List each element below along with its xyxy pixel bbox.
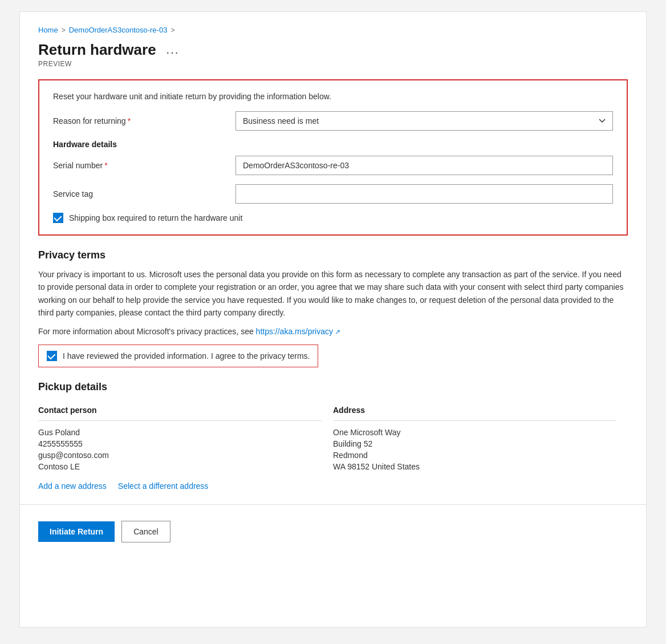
page-title: Return hardware: [38, 41, 156, 59]
privacy-agree-checkbox[interactable]: [47, 351, 57, 361]
bottom-actions: Initiate Return Cancel: [38, 516, 628, 542]
pickup-grid: Contact person Gus Poland 4255555555 gus…: [38, 400, 628, 473]
shipping-checkbox-label: Shipping box required to return the hard…: [69, 213, 242, 222]
service-tag-row: Service tag: [53, 184, 613, 204]
select-address-link[interactable]: Select a different address: [118, 481, 209, 491]
address-city: Redmond: [333, 451, 616, 460]
reason-row: Reason for returning* Business need is m…: [53, 111, 613, 131]
form-description: Reset your hardware unit and initiate re…: [53, 92, 613, 101]
address-state: WA 98152 United States: [333, 462, 616, 471]
breadcrumb: Home > DemoOrderAS3contoso-re-03 >: [38, 26, 628, 34]
service-tag-field: [235, 184, 613, 204]
breadcrumb-sep2: >: [170, 26, 174, 34]
pickup-header: Pickup details: [38, 381, 628, 393]
address-line1: One Microsoft Way: [333, 428, 616, 437]
contact-col: Contact person Gus Poland 4255555555 gus…: [38, 400, 333, 473]
reason-field: Business need is met: [235, 111, 613, 131]
page-title-row: Return hardware ...: [38, 41, 628, 59]
breadcrumb-order[interactable]: DemoOrderAS3contoso-re-03: [69, 26, 168, 34]
page-container: Home > DemoOrderAS3contoso-re-03 > Retur…: [19, 11, 647, 627]
pickup-actions: Add a new address Select a different add…: [38, 481, 628, 491]
reason-label: Reason for returning*: [53, 116, 235, 125]
address-col-header: Address: [333, 400, 616, 421]
hardware-details-header: Hardware details: [53, 140, 613, 149]
breadcrumb-home[interactable]: Home: [38, 26, 58, 34]
privacy-paragraph1: Your privacy is important to us. Microso…: [38, 268, 628, 319]
reason-dropdown[interactable]: Business need is met: [235, 111, 613, 131]
add-address-link[interactable]: Add a new address: [38, 481, 107, 491]
hardware-form-section: Reset your hardware unit and initiate re…: [38, 79, 628, 236]
preview-label: PREVIEW: [38, 60, 628, 68]
privacy-header: Privacy terms: [38, 249, 628, 261]
contact-company: Contoso LE: [38, 462, 322, 471]
shipping-checkbox-row: Shipping box required to return the hard…: [53, 213, 613, 223]
contact-col-header: Contact person: [38, 400, 322, 421]
privacy-section: Privacy terms Your privacy is important …: [38, 249, 628, 367]
service-tag-input[interactable]: [235, 184, 613, 204]
contact-email: gusp@contoso.com: [38, 451, 322, 460]
address-col: Address One Microsoft Way Building 52 Re…: [333, 400, 628, 473]
initiate-return-button[interactable]: Initiate Return: [38, 521, 115, 542]
bottom-divider: [20, 504, 646, 505]
pickup-details-section: Pickup details Contact person Gus Poland…: [38, 381, 628, 491]
contact-phone: 4255555555: [38, 439, 322, 448]
contact-name: Gus Poland: [38, 428, 322, 437]
address-line2: Building 52: [333, 439, 616, 448]
serial-number-label: Serial number*: [53, 161, 235, 170]
breadcrumb-sep1: >: [62, 26, 66, 34]
cancel-button[interactable]: Cancel: [121, 521, 170, 542]
serial-number-input[interactable]: [235, 156, 613, 175]
service-tag-label: Service tag: [53, 189, 235, 199]
privacy-agree-label: I have reviewed the provided information…: [63, 351, 310, 361]
shipping-checkbox[interactable]: [53, 213, 63, 223]
serial-number-row: Serial number*: [53, 156, 613, 175]
privacy-agree-row: I have reviewed the provided information…: [38, 345, 318, 367]
privacy-link[interactable]: https://aka.ms/privacy: [256, 327, 341, 336]
serial-number-field: [235, 156, 613, 175]
more-options-button[interactable]: ...: [163, 42, 183, 58]
privacy-link-line: For more information about Microsoft's p…: [38, 325, 628, 338]
